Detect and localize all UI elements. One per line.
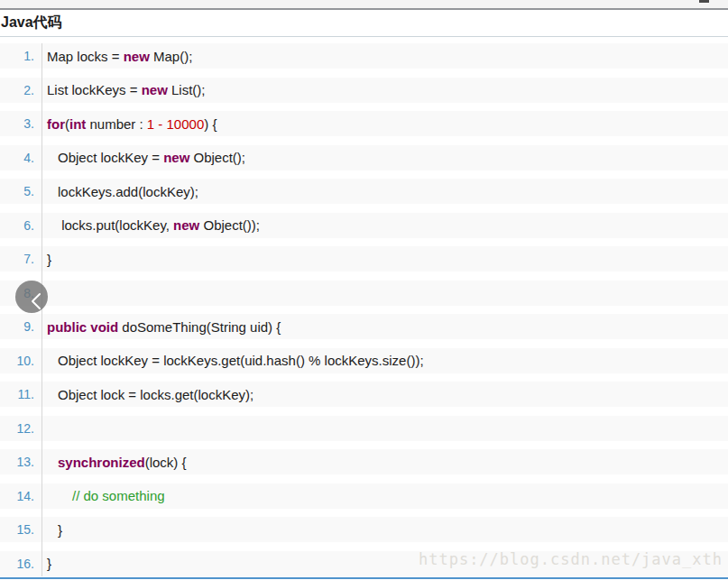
code-segment: new xyxy=(173,217,199,233)
code-segment: int xyxy=(69,116,86,132)
code-segment: ) { xyxy=(204,116,217,132)
code-line-text: Object lockKey = new Object(); xyxy=(47,150,245,165)
code-line-text: locks.put(lockKey, new Object()); xyxy=(47,217,260,233)
code-segment: Object lockKey = lockKeys.get(uid.hash()… xyxy=(58,353,424,368)
code-segment: } xyxy=(47,556,51,571)
line-number: 14. xyxy=(0,489,34,503)
code-line-row: 3.for(int number : 1 - 10000) { xyxy=(0,111,728,136)
code-line-row: 12. xyxy=(0,416,728,441)
code-segment: Map(); xyxy=(150,49,193,64)
code-line-row: 9.public void doSomeThing(String uid) { xyxy=(0,314,728,339)
line-number: 10. xyxy=(0,354,34,368)
code-segment: Map locks = xyxy=(47,49,124,64)
code-line-text: } xyxy=(47,556,51,571)
watermark-url: https://blog.csdn.net/java_xth xyxy=(419,550,723,568)
code-line-row: 6. locks.put(lockKey, new Object()); xyxy=(0,213,728,238)
code-segment: } xyxy=(58,522,62,538)
code-line-text: } xyxy=(47,522,62,538)
code-segment: new xyxy=(124,49,150,64)
line-number: 15. xyxy=(0,522,34,537)
prev-arrow-button[interactable] xyxy=(15,281,48,313)
code-segment: Object lockKey = xyxy=(58,150,163,165)
line-number: 13. xyxy=(0,455,34,469)
code-segment: synchronized xyxy=(58,455,145,470)
code-line-text: // do something xyxy=(47,488,165,503)
code-line-row: 7.} xyxy=(0,246,728,272)
code-line-row: 10.Object lockKey = lockKeys.get(uid.has… xyxy=(0,348,728,373)
line-number: 1. xyxy=(0,49,34,63)
code-segment: List(); xyxy=(168,82,206,97)
code-segment: locks.put(lockKey, xyxy=(58,217,173,233)
line-number: 11. xyxy=(0,387,34,401)
code-segment: for xyxy=(47,116,65,132)
code-line-text: for(int number : 1 - 10000) { xyxy=(47,116,217,132)
code-segment: public void xyxy=(47,319,118,335)
code-segment: Object lock = locks.get(lockKey); xyxy=(58,387,253,402)
line-number: 7. xyxy=(0,252,34,266)
code-line-row: 4.Object lockKey = new Object(); xyxy=(0,145,728,170)
code-line-row: 11.Object lock = locks.get(lockKey); xyxy=(0,382,728,407)
line-number: 3. xyxy=(0,116,34,131)
code-line-text: Object lockKey = lockKeys.get(uid.hash()… xyxy=(47,353,424,368)
code-segment: new xyxy=(142,82,168,97)
code-segment: (lock) { xyxy=(145,455,187,470)
code-line-text: lockKeys.add(lockKey); xyxy=(47,184,198,199)
code-block-title: Java代码 xyxy=(0,14,62,32)
code-segment: doSomeThing(String uid) { xyxy=(118,319,281,335)
line-number: 4. xyxy=(0,151,34,165)
code-line-text: List lockKeys = new List(); xyxy=(47,82,206,97)
code-line-text: } xyxy=(47,252,51,267)
code-line-row: 1.Map locks = new Map(); xyxy=(0,43,728,69)
bottom-accent-line xyxy=(0,577,728,579)
code-segment: // do something xyxy=(72,488,165,503)
code-segment: lockKeys.add(lockKey); xyxy=(58,184,198,199)
line-number: 5. xyxy=(0,184,34,198)
code-line-row: 14.// do something xyxy=(0,483,728,509)
code-block-header: Java代码 xyxy=(0,10,728,37)
code-segment: List lockKeys = xyxy=(47,82,142,97)
code-line-row: 8. xyxy=(0,281,728,306)
code-line-text: Object lock = locks.get(lockKey); xyxy=(47,387,253,402)
code-line-row: 13.synchronized(lock) { xyxy=(0,449,728,474)
code-segment: new xyxy=(163,150,189,165)
line-number: 9. xyxy=(0,319,34,334)
top-strip xyxy=(0,0,728,10)
code-line-text: synchronized(lock) { xyxy=(47,455,187,470)
code-line-text: public void doSomeThing(String uid) { xyxy=(47,319,281,335)
code-segment: 1 - 10000 xyxy=(147,116,204,132)
line-number: 2. xyxy=(0,83,34,97)
chevron-left-icon xyxy=(15,281,48,313)
line-number: 16. xyxy=(0,557,34,571)
code-block: 1.Map locks = new Map();2.List lockKeys … xyxy=(0,43,728,577)
code-segment: number : xyxy=(86,116,147,132)
code-line-row: 15.} xyxy=(0,517,728,542)
code-segment: } xyxy=(47,252,51,267)
line-number: 12. xyxy=(0,421,34,436)
line-number: 6. xyxy=(0,218,34,233)
code-line-row: 5.lockKeys.add(lockKey); xyxy=(0,179,728,204)
code-segment: Object(); xyxy=(189,150,245,165)
scrollbar-thumb[interactable] xyxy=(699,0,709,3)
code-line-row: 2.List lockKeys = new List(); xyxy=(0,78,728,103)
code-segment: Object()); xyxy=(199,217,260,233)
code-line-text: Map locks = new Map(); xyxy=(47,49,192,64)
